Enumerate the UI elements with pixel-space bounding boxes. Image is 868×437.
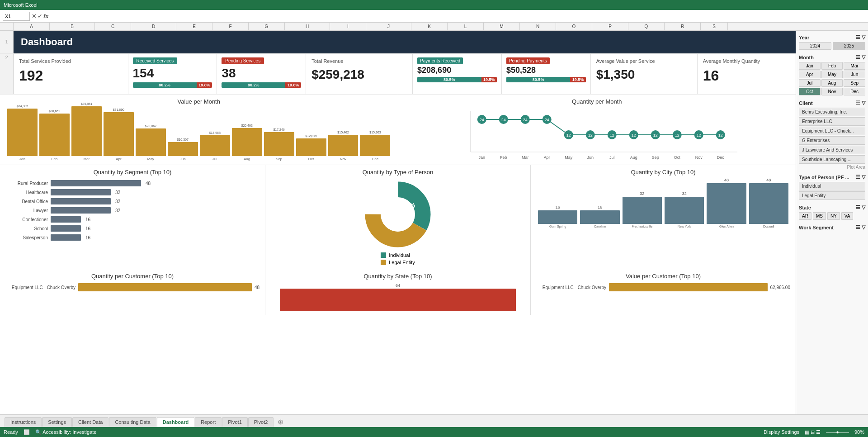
svg-text:12: 12 [566, 133, 571, 138]
col-h[interactable]: H [285, 23, 330, 30]
month-jan[interactable]: Jan [799, 62, 821, 70]
zoom-slider[interactable]: ——●—— [826, 429, 849, 435]
client-enterprise[interactable]: Enterprise LLC [799, 117, 865, 126]
month-feb[interactable]: Feb [821, 62, 843, 70]
tab-client-data[interactable]: Client Data [72, 417, 108, 427]
tab-report[interactable]: Report [195, 417, 222, 427]
state-ar[interactable]: AR [799, 212, 811, 220]
legal-entity-dot [381, 260, 386, 265]
client-filter-icon[interactable]: ☰ ▽ [856, 100, 865, 106]
col-b[interactable]: B [50, 23, 95, 30]
type-legal-entity[interactable]: Legal Entity [799, 191, 865, 200]
svg-text:Jan: Jan [478, 155, 485, 160]
month-nov[interactable]: Nov [821, 88, 843, 95]
year-2025[interactable]: 2025 [833, 42, 865, 50]
fx-icon[interactable]: fx [43, 13, 49, 19]
tab-pivot2[interactable]: Pivot2 [248, 417, 274, 427]
svg-text:12: 12 [631, 133, 636, 138]
display-settings[interactable]: Display Settings [764, 429, 799, 435]
type-individual[interactable]: Individual [799, 182, 865, 190]
tab-settings[interactable]: Settings [42, 417, 72, 427]
vpm-bar-jan: $34,385Jan [7, 104, 38, 161]
col-s[interactable]: S [701, 23, 728, 30]
month-may[interactable]: May [821, 71, 843, 78]
col-g[interactable]: G [249, 23, 285, 30]
col-j[interactable]: J [366, 23, 411, 30]
kpi-payments-received: Payments Received $208,690 80.5% 19.5% [413, 54, 502, 94]
formula-icons: ✕ ✓ fx [32, 13, 49, 19]
col-q[interactable]: Q [628, 23, 665, 30]
city-title: Quantity by City (Top 10) [536, 169, 790, 176]
client-behrs[interactable]: Behrs Excavating, Inc. [799, 108, 865, 116]
year-filter-icon[interactable]: ☰ ▽ [856, 34, 865, 40]
svg-text:Nov: Nov [695, 155, 703, 160]
work-segment-filter-icon[interactable]: ☰ ▽ [856, 224, 865, 230]
kpi-row: 2 Total Services Provided 192 Received S… [0, 54, 796, 95]
month-mar[interactable]: Mar [844, 62, 865, 70]
tab-dashboard[interactable]: Dashboard [157, 417, 194, 427]
work-segment-section: Work Segment ☰ ▽ [799, 224, 865, 230]
cell-reference[interactable] [3, 12, 30, 21]
row-num-1: 1 [0, 31, 14, 53]
state-ms[interactable]: MS [813, 212, 826, 220]
tab-pivot1[interactable]: Pivot1 [222, 417, 248, 427]
vpm-bar-oct: $12,819Oct [296, 134, 326, 161]
month-dec[interactable]: Dec [844, 88, 865, 95]
client-equipment[interactable]: Equipment LLC - Chuck... [799, 127, 865, 135]
state-ny[interactable]: NY [827, 212, 840, 220]
month-jul[interactable]: Jul [799, 79, 821, 87]
svg-text:12: 12 [653, 133, 657, 138]
status-left: Ready ⬜ 🔍 Accessibility: Investigate [4, 429, 96, 435]
svg-text:Feb: Feb [500, 155, 507, 160]
work-segment-title: Work Segment ☰ ▽ [799, 224, 865, 230]
year-2024[interactable]: 2024 [799, 42, 831, 50]
title-bar: Microsoft Excel [0, 0, 868, 10]
client-j-lawncare[interactable]: J Lawncare And Services [799, 146, 865, 154]
col-p[interactable]: P [592, 23, 628, 30]
seg-bar-row: Rural Producer48 [7, 180, 258, 186]
col-n[interactable]: N [520, 23, 556, 30]
month-aug[interactable]: Aug [821, 79, 843, 87]
tab-add-button[interactable]: ⊕ [274, 417, 287, 427]
excel-shell: Microsoft Excel ✕ ✓ fx A B C D E F G H I… [0, 0, 868, 437]
val-cust-title: Value per Customer (Top 10) [536, 273, 790, 280]
col-d[interactable]: D [131, 23, 176, 30]
client-g-enterprises[interactable]: G Enterprises [799, 136, 865, 145]
value-per-month-panel: Value per Month $34,385Jan$30,662Feb$35,… [0, 95, 398, 165]
state-filter-icon[interactable]: ☰ ▽ [856, 204, 865, 210]
month-filter-icon[interactable]: ☰ ▽ [856, 54, 865, 60]
state-va[interactable]: VA [841, 212, 854, 220]
value-cust-panel: Value per Customer (Top 10) Equipment LL… [531, 269, 796, 315]
svg-text:24: 24 [523, 118, 527, 122]
tab-consulting-data[interactable]: Consulting Data [109, 417, 156, 427]
col-e[interactable]: E [176, 23, 212, 30]
month-oct[interactable]: Oct [799, 88, 821, 95]
tab-instructions[interactable]: Instructions [5, 417, 42, 427]
col-o[interactable]: O [556, 23, 592, 30]
col-l[interactable]: L [448, 23, 484, 30]
svg-text:Jun: Jun [587, 155, 594, 160]
col-a[interactable]: A [14, 23, 50, 30]
pend-pay-bar-teal: 80.5% [506, 77, 571, 82]
month-section: Month ☰ ▽ Jan Feb Mar Apr May Jun Jul Au… [799, 54, 865, 95]
formula-input[interactable] [51, 12, 865, 21]
month-apr[interactable]: Apr [799, 71, 821, 78]
col-i[interactable]: I [330, 23, 366, 30]
client-southside[interactable]: Southside Lanscaping ... [799, 155, 865, 164]
col-c[interactable]: C [95, 23, 131, 30]
col-f[interactable]: F [212, 23, 249, 30]
confirm-icon[interactable]: ✓ [38, 13, 42, 19]
col-k[interactable]: K [411, 23, 448, 30]
month-jun[interactable]: Jun [844, 71, 865, 78]
kpi-pending-services: Pending Services 38 80.2% 19.8% [217, 54, 306, 94]
col-r[interactable]: R [665, 23, 701, 30]
seg-bar-row: Confectioner16 [7, 216, 258, 223]
month-sep[interactable]: Sep [844, 79, 865, 87]
payments-value: $208,690 [417, 66, 497, 75]
legend-legal-entity: Legal Entity [381, 260, 415, 265]
type-filter-icon[interactable]: ☰ ▽ [856, 174, 865, 180]
cancel-icon[interactable]: ✕ [32, 13, 37, 19]
col-m[interactable]: M [484, 23, 520, 30]
vpm-title: Value per Month [5, 98, 392, 105]
pending-bar-teal: 80.2% [222, 82, 285, 88]
